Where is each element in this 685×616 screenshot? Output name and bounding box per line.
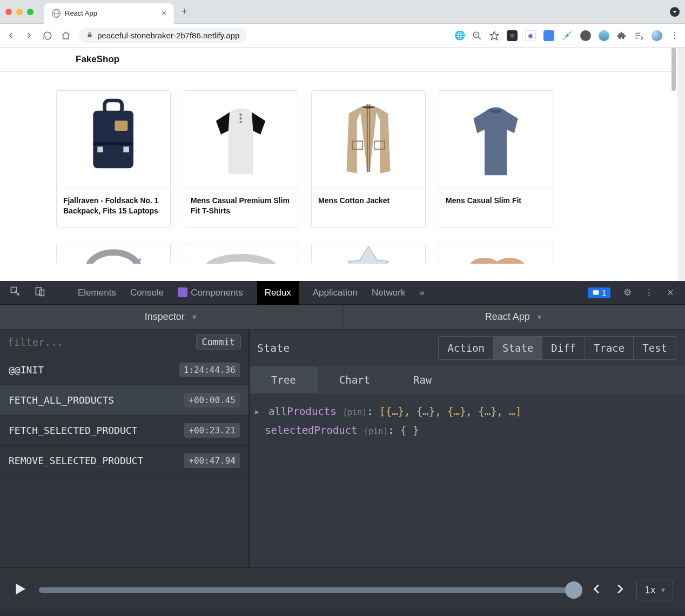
tab-network[interactable]: Network [372, 287, 405, 298]
close-window-button[interactable] [5, 9, 12, 15]
chevron-down-icon: ▼ [536, 313, 543, 321]
issues-badge[interactable]: 1 [588, 287, 610, 298]
toolbar-right-icons: 🌐 ⚛ ◉ 💉 ⋮ [455, 30, 680, 41]
product-card[interactable] [311, 244, 426, 264]
profile-avatar-icon[interactable] [652, 30, 662, 41]
tabs-overflow[interactable]: » [419, 287, 424, 298]
product-card[interactable]: Fjallraven - Foldsack No. 1 Backpack, Fi… [56, 90, 171, 227]
tab-components[interactable]: Components [178, 287, 243, 298]
product-title: Fjallraven - Foldsack No. 1 Backpack, Fi… [57, 188, 170, 227]
inspector-header: Inspector▼ React App▼ [0, 305, 685, 330]
player-prev-button[interactable] [591, 583, 603, 597]
seg-state[interactable]: State [494, 337, 542, 359]
action-item[interactable]: FETCH_SELECTED_PRODUCT+00:23.21 [0, 416, 249, 446]
new-tab-button[interactable]: + [182, 6, 187, 17]
product-card[interactable] [439, 244, 553, 264]
inspector-dropdown[interactable]: Inspector▼ [0, 305, 343, 330]
svg-point-21 [469, 258, 500, 264]
url-bar[interactable]: peaceful-stonebraker-2b7f86.netlify.app [79, 28, 247, 43]
tab-elements[interactable]: Elements [78, 287, 116, 298]
browser-tab[interactable]: React App × [44, 3, 174, 24]
svg-point-16 [240, 120, 243, 123]
filter-input[interactable] [8, 336, 191, 348]
maximize-window-button[interactable] [27, 9, 33, 15]
extension-react-icon[interactable]: ⚛ [507, 30, 518, 41]
tree-row[interactable]: selectedProduct (pin): { } [254, 421, 681, 440]
tree-row[interactable]: ▸ allProducts (pin): [{…}, {…}, {…}, {…}… [254, 402, 681, 421]
product-image [312, 244, 425, 264]
svg-rect-8 [93, 110, 134, 168]
action-item[interactable]: FETCH_ALL_PRODUCTS+00:00.45 [0, 385, 249, 416]
expand-icon[interactable]: ▸ [254, 405, 260, 417]
svg-point-15 [240, 117, 243, 119]
product-grid: Fjallraven - Foldsack No. 1 Backpack, Fi… [0, 72, 677, 227]
svg-rect-0 [88, 35, 92, 37]
chevron-down-icon: ▼ [191, 313, 198, 321]
seg-action[interactable]: Action [439, 337, 494, 359]
lock-icon [86, 31, 93, 40]
inspect-element-icon[interactable] [10, 286, 21, 299]
state-column: State Action State Diff Trace Test Tree … [250, 330, 685, 567]
seg-trace[interactable]: Trace [585, 337, 634, 359]
product-card[interactable]: Mens Cotton Jacket [311, 90, 426, 227]
close-devtools-icon[interactable]: × [666, 288, 675, 298]
extension-colorpicker-icon[interactable]: 💉 [562, 30, 573, 41]
seg-test[interactable]: Test [634, 337, 676, 359]
home-button[interactable] [61, 30, 71, 41]
extension-redux-icon[interactable]: ◉ [525, 30, 536, 41]
state-tree: ▸ allProducts (pin): [{…}, {…}, {…}, {…}… [250, 393, 685, 448]
scrollbar-thumb[interactable] [671, 48, 676, 91]
product-card[interactable]: Mens Casual Premium Slim Fit T-Shirts [184, 90, 298, 227]
product-image [439, 91, 553, 188]
extension-gtranslate-icon[interactable] [543, 30, 554, 41]
profile-chevron-icon[interactable] [670, 7, 680, 17]
kebab-menu-icon[interactable]: ⋮ [670, 31, 680, 41]
app-dropdown[interactable]: React App▼ [343, 305, 686, 330]
action-item[interactable]: REMOVE_SELECTED_PRODUCT+00:47.94 [0, 446, 249, 476]
extension-ublock-icon[interactable] [580, 30, 591, 41]
reload-button[interactable] [42, 30, 53, 41]
gear-icon[interactable]: ⚙ [622, 288, 632, 298]
speed-select[interactable]: 1x▼ [636, 580, 673, 600]
view-chart[interactable]: Chart [318, 366, 392, 393]
back-button[interactable] [5, 30, 16, 41]
kebab-icon[interactable]: ⋮ [644, 288, 654, 298]
url-text: peaceful-stonebraker-2b7f86.netlify.app [97, 31, 239, 40]
extension-sonar-icon[interactable] [599, 30, 609, 41]
extensions-menu-icon[interactable] [617, 31, 627, 41]
view-tree[interactable]: Tree [250, 366, 318, 393]
minimize-window-button[interactable] [16, 9, 23, 15]
devtools-tabs: Elements Console Components Redux Applic… [0, 281, 685, 305]
state-label: State [257, 342, 290, 354]
action-item[interactable]: @@INIT1:24:44.36 [0, 355, 249, 385]
view-raw[interactable]: Raw [392, 366, 453, 393]
play-button[interactable] [12, 581, 28, 599]
tab-redux[interactable]: Redux [257, 281, 299, 305]
svg-rect-26 [593, 290, 599, 294]
player-thumb[interactable] [565, 581, 582, 599]
tab-application[interactable]: Application [313, 287, 358, 298]
product-card[interactable]: Mens Casual Slim Fit [439, 90, 553, 227]
close-tab-icon[interactable]: × [162, 9, 166, 18]
translate-icon[interactable]: 🌐 [455, 31, 465, 41]
star-icon[interactable] [489, 31, 499, 41]
globe-icon [52, 9, 61, 18]
device-toggle-icon[interactable] [35, 286, 45, 299]
svg-point-14 [240, 113, 243, 116]
player-next-button[interactable] [614, 583, 626, 597]
product-card[interactable] [56, 244, 171, 264]
product-image [184, 244, 298, 264]
player-track[interactable] [39, 587, 580, 593]
forward-button[interactable] [24, 30, 35, 41]
seg-diff[interactable]: Diff [542, 337, 585, 359]
tab-console[interactable]: Console [130, 287, 164, 298]
commit-button[interactable]: Commit [196, 334, 241, 350]
svg-rect-11 [93, 142, 134, 145]
reading-list-icon[interactable] [634, 31, 644, 41]
product-card[interactable] [184, 244, 298, 264]
zoom-out-icon[interactable] [472, 31, 482, 41]
devtools-body: Commit @@INIT1:24:44.36 FETCH_ALL_PRODUC… [0, 330, 685, 567]
product-image [57, 244, 170, 264]
svg-rect-12 [98, 146, 104, 152]
brand-title: FakeShop [0, 48, 677, 72]
